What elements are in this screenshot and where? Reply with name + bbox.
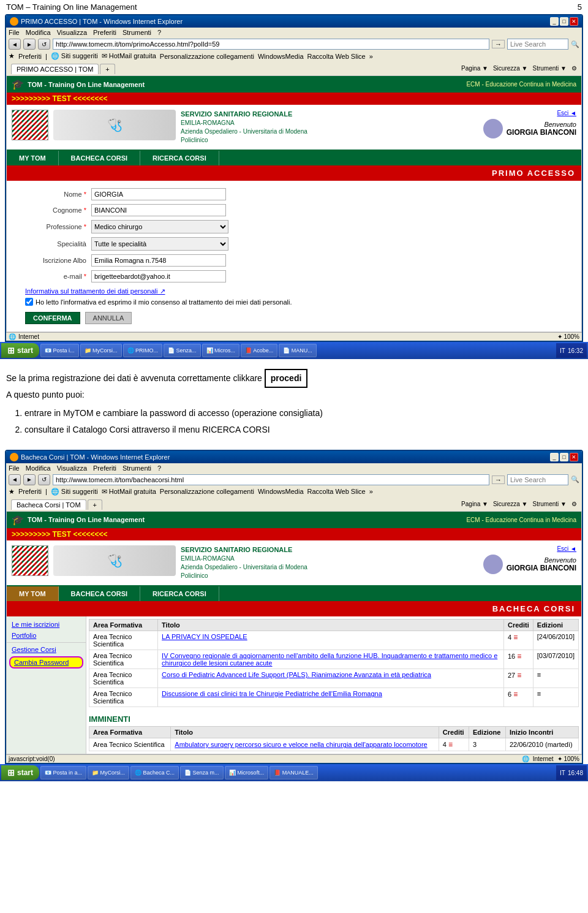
search-box-2[interactable] <box>507 474 568 485</box>
professione-select[interactable]: Medico chirurgo <box>91 220 228 233</box>
taskbar-btn-acobe[interactable]: 📕 Acobe... <box>241 344 277 357</box>
settings-icon-2[interactable]: ⚙ <box>571 501 577 507</box>
menu-preferiti[interactable]: Preferiti <box>93 29 116 36</box>
forward-button[interactable]: ► <box>23 39 36 50</box>
taskbar-btn-posta[interactable]: 📧 Posta i... <box>40 344 79 357</box>
taskbar2-btn-senza[interactable]: 📄 Senza m... <box>180 766 224 779</box>
specialita-select[interactable]: Tutte le specialità <box>91 237 228 251</box>
nav-ricerca-1[interactable]: RICERCA CORSI <box>140 151 219 165</box>
sicurezza-tool-2[interactable]: Sicurezza ▼ <box>493 501 528 507</box>
tab-new-2[interactable]: + <box>88 499 102 510</box>
menu2-modifica[interactable]: Modifica <box>26 464 51 472</box>
taskbar2-btn-posta[interactable]: 📧 Posta in a... <box>40 766 86 779</box>
search-box-1[interactable] <box>507 39 568 50</box>
strumenti-tool[interactable]: Strumenti ▼ <box>533 65 567 72</box>
search-icon-2[interactable]: 🔍 <box>571 475 579 483</box>
fav2-personalizza[interactable]: Personalizzazione collegamenti <box>160 488 254 495</box>
cognome-input[interactable] <box>91 204 226 216</box>
menu-modifica[interactable]: Modifica <box>26 29 51 36</box>
menu-help[interactable]: ? <box>157 29 161 36</box>
nav2-ricerca[interactable]: RICERCA CORSI <box>140 586 219 601</box>
privacy-link[interactable]: Informativa sul trattamento dei dati per… <box>25 287 165 295</box>
nav2-mytom[interactable]: MY TOM <box>7 586 59 601</box>
nav-bacheca-1[interactable]: BACHECA CORSI <box>59 151 141 165</box>
course-link-2[interactable]: IV Convegno regionale di aggiornamento n… <box>162 652 497 667</box>
fav2-siti[interactable]: 🌐 Siti suggeriti <box>51 488 98 496</box>
taskbar2-btn-mycorsi[interactable]: 📁 MyCorsi... <box>88 766 129 779</box>
course-link-3[interactable]: Corso di Pediatric Advanced Life Support… <box>162 671 431 678</box>
tab-bacheca-corsi[interactable]: Bacheca Corsi | TOM <box>11 499 86 510</box>
esci-link-2[interactable]: Esci ◄ <box>483 545 576 552</box>
go-button[interactable]: → <box>492 40 505 48</box>
menu-strumenti[interactable]: Strumenti <box>123 29 151 36</box>
annulla-button[interactable]: ANNULLA <box>85 312 132 324</box>
menu2-strumenti[interactable]: Strumenti <box>123 464 151 472</box>
settings-icon[interactable]: ⚙ <box>571 65 577 72</box>
fav-raccolta[interactable]: Raccolta Web Slice <box>307 53 366 60</box>
fav-more[interactable]: » <box>369 53 373 60</box>
start-button-2[interactable]: ⊞ start <box>1 765 39 780</box>
fav2-hotmail[interactable]: ✉ HotMail gratuita <box>102 488 156 496</box>
address-bar-2[interactable] <box>53 474 489 485</box>
menu2-file[interactable]: File <box>9 464 20 472</box>
tab-primo-accesso[interactable]: PRIMO ACCESSO | TOM <box>11 64 99 74</box>
taskbar2-btn-bacheca[interactable]: 🌐 Bacheca C... <box>130 766 179 779</box>
fav2-windows[interactable]: WindowsMedia <box>258 488 304 495</box>
restore-button[interactable]: □ <box>560 17 568 26</box>
fav2-more[interactable]: » <box>369 488 373 495</box>
nome-input[interactable] <box>91 188 226 200</box>
minimize-button[interactable]: _ <box>550 17 559 26</box>
sicurezza-tool[interactable]: Sicurezza ▼ <box>493 65 528 72</box>
favorites-label-2[interactable]: Preferiti <box>18 488 42 495</box>
back-button-2[interactable]: ◄ <box>9 474 21 485</box>
restore-button-2[interactable]: □ <box>560 453 568 461</box>
sidebar-link-gestcorsi[interactable]: Gestione Corsi <box>7 644 86 655</box>
email-input[interactable] <box>91 270 226 282</box>
fav-windows[interactable]: WindowsMedia <box>258 53 304 60</box>
search-icon[interactable]: 🔍 <box>571 40 579 48</box>
page-tool-2[interactable]: Pagina ▼ <box>461 501 488 507</box>
esci-link-1[interactable]: Esci ◄ <box>483 110 576 116</box>
taskbar-btn-senza[interactable]: 📄 Senza... <box>164 344 201 357</box>
address-bar-1[interactable] <box>53 39 489 50</box>
start-button-1[interactable]: ⊞ start <box>1 343 39 358</box>
favorites-label[interactable]: Preferiti <box>18 53 42 60</box>
page-tool[interactable]: Pagina ▼ <box>461 65 488 72</box>
menu2-help[interactable]: ? <box>157 464 161 472</box>
conferma-button[interactable]: CONFERMA <box>25 312 80 324</box>
imm-course-link-1[interactable]: Ambulatory surgery percorso sicuro e vel… <box>175 741 427 748</box>
refresh-button-2[interactable]: ↺ <box>38 474 50 485</box>
nav2-bacheca[interactable]: BACHECA CORSI <box>59 586 141 601</box>
refresh-button[interactable]: ↺ <box>38 39 50 50</box>
fav-personalizza[interactable]: Personalizzazione collegamenti <box>160 53 254 60</box>
minimize-button-2[interactable]: _ <box>550 453 559 461</box>
taskbar-btn-manu[interactable]: 📄 MANU... <box>279 344 317 357</box>
menu-visualizza[interactable]: Visualizza <box>57 29 87 36</box>
nav-mytom-1[interactable]: MY TOM <box>7 151 59 165</box>
menu2-preferiti[interactable]: Preferiti <box>93 464 116 472</box>
forward-button-2[interactable]: ► <box>23 474 36 485</box>
taskbar2-btn-micros[interactable]: 📊 Microsoft... <box>225 766 269 779</box>
fav-siti[interactable]: 🌐 Siti suggeriti <box>51 52 98 60</box>
taskbar-btn-primo[interactable]: 🌐 PRIMO... <box>123 344 163 357</box>
fav-hotmail[interactable]: ✉ HotMail gratuita <box>102 52 156 60</box>
taskbar-btn-micros[interactable]: 📊 Micros... <box>202 344 240 357</box>
course-link-4[interactable]: Discussione di casi clinici tra le Chiru… <box>162 690 382 697</box>
fav2-raccolta[interactable]: Raccolta Web Slice <box>307 488 366 495</box>
privacy-checkbox[interactable] <box>25 298 33 306</box>
sidebar-link-password[interactable]: Cambia Password <box>9 656 83 669</box>
tab-new[interactable]: + <box>100 64 115 74</box>
taskbar2-btn-manuale[interactable]: 📕 MANUALE... <box>270 766 318 779</box>
sidebar-link-portfolio[interactable]: Portfolio <box>7 630 86 641</box>
taskbar-btn-mycorsi[interactable]: 📁 MyCorsi... <box>80 344 122 357</box>
menu2-visualizza[interactable]: Visualizza <box>57 464 87 472</box>
sidebar-link-iscrizioni[interactable]: Le mie iscrizioni <box>7 619 86 630</box>
strumenti-tool-2[interactable]: Strumenti ▼ <box>533 501 567 507</box>
close-button-2[interactable]: ✕ <box>570 453 578 461</box>
back-button[interactable]: ◄ <box>9 39 21 50</box>
course-link-1[interactable]: LA PRIVACY IN OSPEDALE <box>162 633 247 640</box>
menu-file[interactable]: File <box>9 29 20 36</box>
close-button[interactable]: ✕ <box>570 17 578 26</box>
go-button-2[interactable]: → <box>492 475 505 484</box>
iscrizione-input[interactable] <box>91 254 226 267</box>
